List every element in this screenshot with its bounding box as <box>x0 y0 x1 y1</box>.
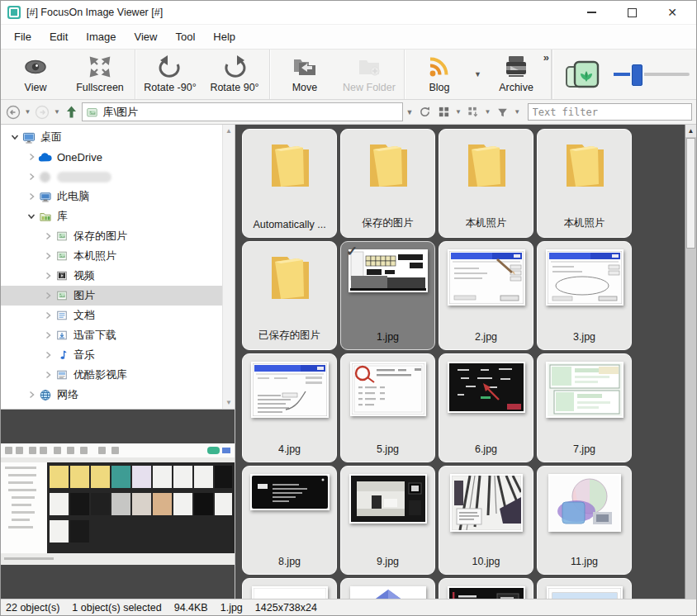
toolbar-overflow-chevron[interactable]: » <box>543 51 549 64</box>
tree-scrollbar[interactable]: ▲▼ <box>222 125 235 409</box>
grid-item-partial-16[interactable] <box>242 578 337 599</box>
scrollbar-up-icon[interactable]: ▲ <box>685 125 696 137</box>
chevron-right-icon[interactable] <box>40 330 55 340</box>
back-button[interactable] <box>5 103 21 121</box>
sort-button[interactable] <box>465 103 481 121</box>
menu-file[interactable]: File <box>5 26 40 48</box>
tree-item-item[interactable]: 本机照片 <box>1 246 235 266</box>
menu-image[interactable]: Image <box>77 26 125 48</box>
tree-item-item[interactable]: 文档 <box>1 306 235 325</box>
grid-item-item[interactable]: 保存的图片 <box>340 129 435 238</box>
grid-item-6-jpg[interactable]: 6.jpg <box>439 353 533 462</box>
chevron-right-icon[interactable] <box>40 291 55 301</box>
menu-tool[interactable]: Tool <box>166 26 204 48</box>
chevron-down-icon[interactable] <box>24 211 38 221</box>
tree-item-item[interactable]: 此电脑 <box>1 187 235 206</box>
chevron-right-icon[interactable] <box>24 390 38 400</box>
chevron-right-icon[interactable] <box>40 271 55 281</box>
grid-item-item[interactable]: 本机照片 <box>439 129 533 238</box>
rotate-90-button[interactable]: Rotate -90° <box>138 50 202 99</box>
grid-item-7-jpg[interactable]: 7.jpg <box>537 353 632 462</box>
slider-handle[interactable] <box>632 64 642 86</box>
chevron-right-icon[interactable] <box>40 231 55 241</box>
grid-item-9-jpg[interactable]: 9.jpg <box>340 466 435 575</box>
tree-item-item[interactable]: 图片 <box>1 286 235 306</box>
move-button[interactable]: Move <box>273 50 337 99</box>
grid-item-4-jpg[interactable]: 4.jpg <box>242 353 337 462</box>
view-mode-button[interactable] <box>435 103 451 121</box>
library-downloads-icon <box>55 329 69 342</box>
grid-item-partial-19[interactable] <box>537 578 632 599</box>
archive-button[interactable]: Archive <box>484 50 548 99</box>
grid-item-2-jpg[interactable]: 2.jpg <box>439 241 533 350</box>
grid-item-partial-18[interactable] <box>439 578 533 599</box>
grid-item-item[interactable]: 本机照片 <box>537 129 632 238</box>
chevron-right-icon[interactable] <box>40 251 55 261</box>
tree-item-label: 库 <box>57 209 68 224</box>
folder-icon <box>559 140 610 188</box>
address-dropdown[interactable]: ▼ <box>405 108 415 116</box>
filter-dropdown[interactable]: ▼ <box>513 103 522 121</box>
new-folder-button[interactable]: New Folder <box>337 50 401 99</box>
view-button[interactable]: View <box>3 50 68 99</box>
tree-item-item[interactable]: 保存的图片 <box>1 226 235 246</box>
grid-item-automatically[interactable]: Automatically ... <box>242 129 337 238</box>
scrollbar-thumb[interactable] <box>686 138 695 249</box>
tree-item-onedrive[interactable]: OneDrive <box>1 147 235 167</box>
rotate-90-button[interactable]: Rotate 90° <box>202 50 267 99</box>
chevron-right-icon[interactable] <box>40 370 55 380</box>
grid-item-10-jpg[interactable]: 10.jpg <box>439 466 533 575</box>
back-history-dropdown[interactable]: ▼ <box>23 103 32 121</box>
address-field[interactable]: 库\图片 <box>82 102 403 121</box>
tree-item-item[interactable]: 音乐 <box>1 345 235 365</box>
tree-item-label: 文档 <box>73 308 95 323</box>
tree-item-item[interactable]: 优酷影视库 <box>1 365 235 385</box>
scrollbar-up-icon[interactable]: ▲ <box>225 125 232 137</box>
thumbnail-size-icon[interactable] <box>564 59 604 90</box>
forward-history-dropdown[interactable]: ▼ <box>53 103 62 121</box>
chevron-right-icon[interactable] <box>24 152 38 162</box>
chevron-right-icon[interactable] <box>40 350 55 360</box>
view-mode-dropdown[interactable]: ▼ <box>454 103 463 121</box>
grid-scrollbar[interactable]: ▲ <box>685 125 696 599</box>
tree-item-item[interactable]: 库 <box>1 206 235 226</box>
redacted-label <box>57 172 111 182</box>
grid-item-item[interactable]: 已保存的图片 <box>242 241 337 350</box>
chevron-right-icon[interactable] <box>24 172 38 182</box>
menu-help[interactable]: Help <box>204 26 244 48</box>
tree-item-label: 图片 <box>73 288 95 303</box>
tree-item-item[interactable]: 桌面 <box>1 127 235 147</box>
grid-item-5-jpg[interactable]: 5.jpg <box>340 353 435 462</box>
sort-dropdown[interactable]: ▼ <box>483 103 492 121</box>
chevron-down-icon[interactable] <box>7 132 21 142</box>
scrollbar-down-icon[interactable]: ▼ <box>225 396 232 409</box>
grid-item-label: 11.jpg <box>571 556 598 567</box>
grid-item-3-jpg[interactable]: 3.jpg <box>537 241 632 350</box>
blog-button[interactable]: Blog <box>407 50 472 99</box>
menu-view[interactable]: View <box>126 26 167 48</box>
tree-item-redacted[interactable] <box>1 167 235 187</box>
text-filter-input[interactable] <box>528 103 693 121</box>
maximize-button[interactable] <box>623 5 641 20</box>
close-button[interactable]: ✕ <box>663 5 681 20</box>
chevron-right-icon[interactable] <box>40 310 55 320</box>
filter-button[interactable] <box>495 103 510 121</box>
grid-item-partial-17[interactable] <box>340 578 435 599</box>
grid-item-1-jpg[interactable]: ✓1.jpg <box>340 241 435 350</box>
grid-item-label: Automatically ... <box>253 219 325 230</box>
tree-item-item[interactable]: 视频 <box>1 266 235 286</box>
toolbar-group-3: MoveNew Folder <box>270 50 405 99</box>
chevron-right-icon[interactable] <box>24 192 38 201</box>
grid-item-11-jpg[interactable]: 11.jpg <box>537 466 632 575</box>
menu-edit[interactable]: Edit <box>40 26 77 48</box>
thumbnail-size-slider[interactable] <box>614 73 690 76</box>
tree-item-item[interactable]: 网络 <box>1 385 235 405</box>
up-button[interactable] <box>64 103 79 121</box>
refresh-button[interactable] <box>417 103 433 121</box>
minimize-button[interactable] <box>582 5 600 20</box>
blog-dropdown[interactable]: ▼ <box>472 50 484 99</box>
grid-item-8-jpg[interactable]: 8.jpg <box>242 466 337 575</box>
forward-button[interactable] <box>35 103 50 121</box>
fullscreen-button[interactable]: Fullscreen <box>68 50 132 99</box>
tree-item-item[interactable]: 迅雷下载 <box>1 325 235 345</box>
